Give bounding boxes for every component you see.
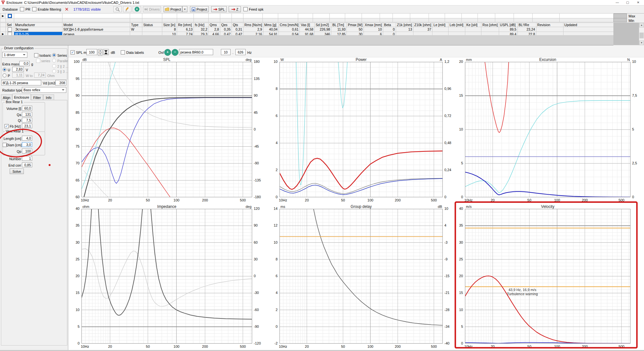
cell[interactable]: [142, 27, 162, 32]
filter-cell[interactable]: [14, 14, 62, 18]
cell[interactable]: 89,5: [499, 27, 517, 32]
close-button[interactable]: ✕: [633, 0, 643, 5]
filter-cell[interactable]: [162, 18, 177, 22]
filter-cell[interactable]: [263, 18, 278, 22]
table-scrollbar[interactable]: ▲ ▼: [639, 23, 644, 46]
filter-cell[interactable]: [162, 14, 177, 18]
column-header[interactable]: Size [in]: [162, 23, 177, 27]
drivers-button[interactable]: Drivers: [143, 6, 161, 12]
filter-cell[interactable]: [209, 18, 220, 22]
autoscale-button[interactable]: [103, 49, 109, 55]
spl-max-checkbox[interactable]: ✓: [71, 50, 75, 54]
filter-cell[interactable]: [62, 14, 130, 18]
filter-cell[interactable]: [462, 14, 478, 18]
column-header[interactable]: Le [mH]: [432, 23, 449, 27]
cell[interactable]: [6, 27, 14, 32]
driver-name-field[interactable]: 8ГД-1-25 резина: [1, 80, 41, 85]
column-header[interactable]: fs [Hz]: [194, 23, 209, 27]
filter-cell[interactable]: [514, 14, 533, 18]
column-header[interactable]: Model: [62, 23, 130, 27]
clear-filter-icon[interactable]: ✕: [65, 6, 69, 12]
column-header[interactable]: Sel: [6, 23, 14, 27]
cell[interactable]: 40,04: [263, 27, 279, 32]
tab-info[interactable]: Info: [43, 94, 54, 100]
filter-cell[interactable]: [495, 14, 514, 18]
row-marker[interactable]: [0, 27, 6, 32]
column-header[interactable]: Mms [g]: [263, 23, 279, 27]
filter-sel-checkbox[interactable]: [8, 14, 12, 18]
filter-cell[interactable]: [142, 14, 162, 18]
voltage-radio[interactable]: [3, 68, 6, 72]
filter-cell[interactable]: [177, 14, 194, 18]
pr-checkbox[interactable]: [20, 7, 24, 11]
filter-cell[interactable]: [429, 18, 445, 22]
filter-cell[interactable]: [393, 18, 410, 22]
filter-cell[interactable]: [194, 14, 209, 18]
filter-cell[interactable]: [142, 18, 162, 22]
qa-field[interactable]: 131: [22, 112, 32, 117]
column-header[interactable]: Updated: [563, 23, 617, 27]
cell[interactable]: 6,13: [177, 27, 194, 32]
cell[interactable]: 13: [396, 27, 413, 32]
parallel-radio[interactable]: [52, 59, 56, 63]
cell[interactable]: 0,61: [279, 27, 299, 32]
project-open-dropdown[interactable]: ▼: [182, 6, 187, 12]
filter-cell[interactable]: [62, 18, 130, 22]
column-header[interactable]: BL²/Re: [517, 23, 536, 27]
cell[interactable]: 11,93: [331, 27, 347, 32]
scroll-up-icon[interactable]: ▲: [639, 23, 644, 27]
power-ohm-field[interactable]: 7,24: [34, 73, 46, 78]
filter-cell[interactable]: [380, 18, 393, 22]
cell[interactable]: 50: [347, 27, 364, 32]
column-header[interactable]: Z1k [ohm]: [396, 23, 413, 27]
filter-cell[interactable]: [560, 18, 614, 22]
filter-cell[interactable]: [177, 18, 194, 22]
minimize-button[interactable]: —: [612, 0, 622, 5]
column-header[interactable]: Ke [sH]: [465, 23, 481, 27]
filter-cell[interactable]: [6, 18, 14, 22]
column-header[interactable]: Xmax [mm]: [364, 23, 383, 27]
tab-align[interactable]: Align: [1, 94, 12, 100]
cell[interactable]: 10: [364, 27, 383, 32]
cell[interactable]: 0: [383, 27, 396, 32]
filter-cell[interactable]: [410, 14, 429, 18]
length-field[interactable]: 4,0: [22, 136, 32, 141]
column-header[interactable]: Z10k [ohm]: [413, 23, 432, 27]
filter-cell[interactable]: [278, 18, 298, 22]
series-checkbox[interactable]: [36, 59, 40, 63]
maximize-button[interactable]: ▢: [623, 0, 632, 5]
filter-cell[interactable]: [232, 14, 243, 18]
filter-cell[interactable]: [278, 14, 298, 18]
diam-field[interactable]: 3,0: [22, 142, 32, 147]
cell[interactable]: [465, 27, 481, 32]
column-header[interactable]: Leb [mH]: [449, 23, 465, 27]
column-header[interactable]: Qes: [220, 23, 232, 27]
search-button[interactable]: [113, 6, 122, 12]
scrollbar-thumb[interactable]: [639, 33, 644, 38]
driver-count-select[interactable]: 1 driver: [2, 52, 27, 58]
filter-cell[interactable]: [298, 14, 313, 18]
ql-field[interactable]: 7,5: [22, 118, 32, 122]
column-header[interactable]: Sd [cm2]: [315, 23, 331, 27]
row-select-checkbox[interactable]: [8, 27, 12, 32]
filter-cell[interactable]: [445, 18, 462, 22]
freq-min-field[interactable]: 10: [221, 49, 231, 55]
filter-cell[interactable]: [478, 18, 495, 22]
fb-field[interactable]: 23,1: [22, 123, 32, 128]
filter-cell[interactable]: [6, 14, 14, 18]
filter-cell[interactable]: [130, 14, 142, 18]
overlay-add-button[interactable]: +: [164, 49, 171, 56]
project-open-button[interactable]: Project: [164, 6, 182, 12]
enable-filtering-checkbox[interactable]: [32, 7, 36, 11]
filter-cell[interactable]: [462, 18, 478, 22]
combo3-radio[interactable]: [52, 69, 56, 73]
filter-cell[interactable]: [533, 18, 560, 22]
add-button[interactable]: +: [133, 6, 141, 12]
cell[interactable]: [563, 27, 617, 32]
endcorr-field[interactable]: 0,85: [22, 162, 32, 167]
cell[interactable]: [432, 27, 449, 32]
filter-cell[interactable]: [514, 18, 533, 22]
cell[interactable]: 2,8: [209, 27, 220, 32]
filter-cell[interactable]: [14, 18, 62, 22]
column-header[interactable]: Revision: [536, 23, 563, 27]
